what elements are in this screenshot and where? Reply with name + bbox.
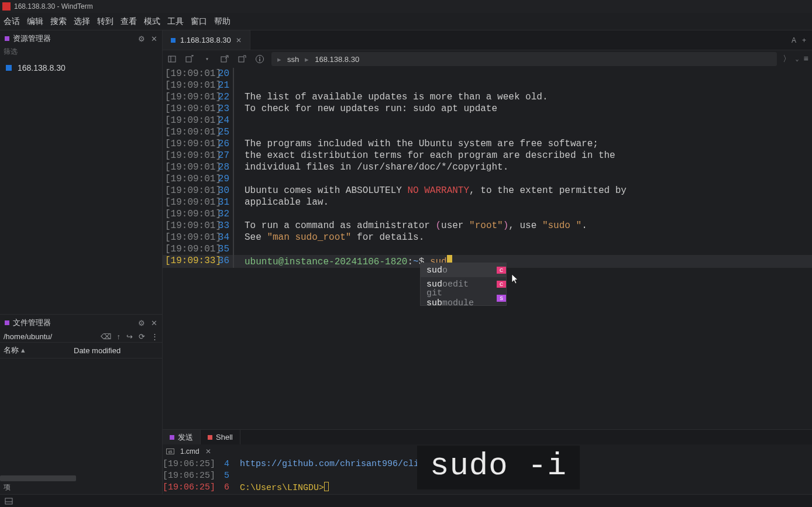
tab-label: 1.168.138.8.30: [180, 36, 231, 44]
window-title: 168.138.8.30 - WindTerm: [14, 2, 93, 11]
menu-item[interactable]: 选择: [74, 16, 90, 27]
close-icon[interactable]: ✕: [151, 319, 157, 327]
new-window-icon[interactable]: [184, 53, 195, 65]
breadcrumb-protocol: ssh: [287, 55, 299, 64]
gear-icon[interactable]: ⚙: [138, 319, 145, 327]
host-icon: [6, 65, 12, 71]
menu-item[interactable]: 编辑: [27, 16, 43, 27]
sidebar-toggle-icon[interactable]: [166, 53, 178, 65]
chevron-right-icon: ▸: [305, 55, 309, 64]
app-icon: [2, 2, 11, 11]
cmd-file-icon: c\: [166, 449, 174, 454]
gear-icon[interactable]: ⚙: [138, 35, 145, 43]
svg-rect-2: [186, 57, 191, 62]
autocomplete-item[interactable]: sudoc: [421, 263, 506, 277]
panel-toggle-icon[interactable]: [5, 497, 13, 505]
chevron-right-icon[interactable]: 〉: [783, 54, 791, 64]
svg-rect-7: [239, 57, 244, 62]
up-arrow-icon[interactable]: ↑: [117, 332, 121, 341]
file-manager-header: 文件管理器 ⚙ ✕: [0, 315, 162, 331]
resource-item[interactable]: 168.138.8.30: [0, 61, 162, 75]
external-icon[interactable]: [219, 53, 230, 65]
resource-item-label: 168.138.8.30: [18, 63, 66, 73]
col-name[interactable]: 名称: [4, 346, 19, 354]
items-count-label: 项: [4, 483, 11, 491]
terminal[interactable]: [19:09:01]20[19:09:01]21[19:09:01]22The …: [163, 68, 812, 429]
resource-explorer-header: 资源管理器 ⚙ ✕: [0, 30, 162, 47]
col-date[interactable]: Date modified: [74, 346, 121, 355]
chevron-down-icon[interactable]: ⌄: [796, 56, 799, 63]
more-icon[interactable]: ⋮: [151, 332, 159, 341]
cmd-tab-label[interactable]: 1.cmd: [180, 447, 199, 456]
external-2-icon[interactable]: [236, 53, 248, 65]
file-manager-title: 文件管理器: [13, 318, 51, 328]
svg-rect-0: [168, 56, 176, 62]
menubar: 会话编辑搜索选择转到查看模式工具窗口帮助: [0, 13, 812, 30]
session-toolbar: ▾ ▸ ssh ▸ 168.138.8.30 〉 ⌄ ≡: [163, 50, 812, 68]
resource-explorer-title: 资源管理器: [13, 33, 51, 44]
menu-item[interactable]: 工具: [167, 16, 184, 27]
close-icon[interactable]: ✕: [236, 36, 242, 44]
menu-icon[interactable]: ≡: [804, 54, 808, 64]
menu-item[interactable]: 帮助: [214, 16, 230, 27]
backspace-icon[interactable]: ⌫: [101, 332, 111, 341]
svg-point-9: [259, 57, 260, 58]
file-path[interactable]: /home/ubuntu/: [4, 332, 52, 341]
statusbar: [0, 494, 812, 507]
breadcrumb-host: 168.138.8.30: [315, 55, 359, 64]
window-titlebar: 168.138.8.30 - WindTerm: [0, 0, 812, 13]
horizontal-scrollbar[interactable]: [0, 475, 76, 481]
forward-arrow-icon[interactable]: ↪: [126, 332, 133, 341]
new-tab-button[interactable]: +: [802, 36, 806, 44]
bottom-tab[interactable]: Shell: [201, 430, 240, 444]
bottom-panel-tabs: 发送Shell: [163, 429, 812, 444]
info-icon[interactable]: [254, 53, 266, 65]
session-tab[interactable]: 1.168.138.8.30 ✕: [163, 30, 250, 50]
autocomplete-item[interactable]: git submodules: [421, 291, 506, 305]
encoding-indicator[interactable]: A: [792, 36, 796, 44]
refresh-icon[interactable]: ⟳: [139, 332, 145, 341]
mouse-cursor-icon: [511, 274, 519, 285]
autocomplete-popup[interactable]: sudocsudoeditcgit submodules: [420, 263, 507, 306]
filter-input[interactable]: 筛选: [4, 47, 18, 56]
keystroke-overlay: sudo -i: [417, 446, 580, 489]
sort-asc-icon[interactable]: ▴: [21, 346, 25, 354]
tab-status-icon: [171, 38, 176, 43]
menu-item[interactable]: 会话: [4, 16, 20, 27]
dropdown-icon[interactable]: ▾: [201, 53, 213, 65]
menu-item[interactable]: 模式: [144, 16, 160, 27]
svg-rect-11: [5, 498, 12, 504]
svg-rect-5: [221, 57, 226, 62]
breadcrumb[interactable]: ▸ ssh ▸ 168.138.8.30: [271, 52, 777, 66]
menu-item[interactable]: 窗口: [191, 16, 207, 27]
close-icon[interactable]: ✕: [205, 447, 211, 456]
panel-dot-icon: [5, 36, 9, 41]
close-icon[interactable]: ✕: [151, 35, 157, 43]
bottom-tab[interactable]: 发送: [163, 430, 201, 444]
session-tabs: 1.168.138.8.30 ✕ A +: [163, 30, 812, 50]
menu-item[interactable]: 搜索: [50, 16, 67, 27]
menu-item[interactable]: 转到: [97, 16, 113, 27]
panel-dot-icon: [5, 320, 9, 325]
chevron-right-icon: ▸: [277, 55, 281, 64]
menu-item[interactable]: 查看: [121, 16, 137, 27]
